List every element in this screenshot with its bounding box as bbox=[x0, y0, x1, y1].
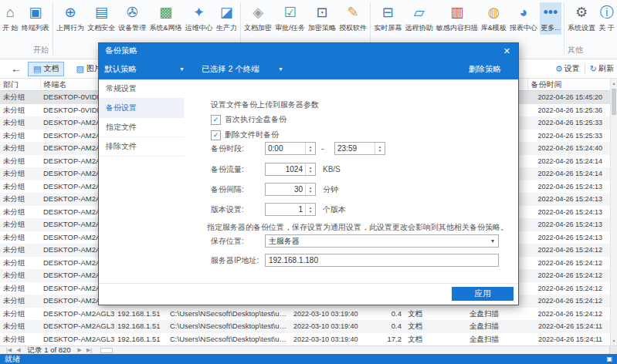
flow-limit-stepper[interactable]: 1024 ▴▾ bbox=[265, 163, 316, 176]
pager-record-count: 记录 1 of 820 bbox=[28, 346, 71, 354]
pager-first-icon[interactable]: |◀ bbox=[6, 346, 12, 354]
time-to-value[interactable]: 23:59 bbox=[335, 144, 375, 153]
spinner-arrows-icon[interactable]: ▴▾ bbox=[305, 184, 315, 195]
server-ip-input[interactable]: 192.168.1.180 bbox=[265, 254, 499, 267]
delete-policy-button[interactable]: 删除策略 bbox=[469, 64, 501, 75]
scrollbar-corner bbox=[609, 346, 617, 354]
dialog-tab-excluded-files[interactable]: 排除文件 bbox=[99, 137, 184, 157]
settings-button[interactable]: ⚙ 设置 bbox=[555, 63, 580, 74]
back-arrow-icon[interactable]: ← bbox=[11, 62, 22, 75]
clipboard-check-icon: ☑ bbox=[283, 4, 296, 22]
gear-icon: ⚙ bbox=[555, 64, 563, 74]
ribbon-item-library-templates[interactable]: ◍ 库&模板 bbox=[480, 2, 507, 35]
terminal-selection-dropdown[interactable]: 已选择 2 个终端 ▼ bbox=[202, 64, 283, 75]
version-stepper[interactable]: 1 ▴▾ bbox=[265, 203, 316, 216]
spinner-arrows-icon[interactable]: ▴▾ bbox=[305, 163, 315, 175]
pager-prev-icon[interactable]: ◀ bbox=[16, 346, 20, 354]
dialog-footer: 应用 bbox=[99, 283, 518, 305]
scroll-down-icon[interactable]: ▼ bbox=[611, 336, 617, 345]
flow-limit-value[interactable]: 1024 bbox=[266, 165, 305, 174]
ribbon-item-start[interactable]: ⌂ 开 始 bbox=[2, 2, 19, 35]
full-backup-checkbox[interactable]: ✓ 首次执行全盘备份 bbox=[211, 114, 286, 125]
version-value[interactable]: 1 bbox=[266, 205, 305, 214]
ribbon-item-system-network[interactable]: ▩ 系统&网络 bbox=[148, 2, 182, 35]
interval-unit-label: 分钟 bbox=[323, 183, 338, 196]
spinner-arrows-icon[interactable]: ▴▾ bbox=[375, 143, 385, 154]
ribbon-item-report-center[interactable]: ◕ 报表中心 bbox=[509, 2, 538, 35]
picture-icon: ▨ bbox=[76, 64, 83, 74]
pie-chart-icon: ◕ bbox=[520, 4, 528, 22]
scroll-up-icon[interactable]: ▲ bbox=[611, 79, 617, 88]
checkbox-checked-icon[interactable]: ✓ bbox=[211, 115, 221, 125]
vertical-scrollbar[interactable]: ▲ ▼ bbox=[610, 79, 617, 345]
status-panel-icon[interactable]: ▣ bbox=[606, 355, 612, 364]
chevron-down-icon: ▼ bbox=[179, 66, 185, 72]
dialog-tab-general-settings[interactable]: 常规设置 bbox=[99, 79, 184, 99]
chevron-down-icon: ▼ bbox=[278, 66, 283, 72]
ribbon-group-label-other: 其他 bbox=[534, 45, 617, 56]
close-icon[interactable]: ✕ bbox=[502, 46, 512, 56]
flow-unit-label: KB/S bbox=[323, 163, 341, 176]
version-unit-label: 个版本 bbox=[323, 203, 346, 216]
apply-button[interactable]: 应用 bbox=[452, 287, 514, 301]
magic-wand-icon: ✦ bbox=[193, 4, 205, 22]
ribbon-item-authorized-software[interactable]: ✎ 授权软件 bbox=[338, 2, 368, 35]
pager-last-icon[interactable]: ▶| bbox=[86, 346, 92, 354]
time-from-stepper[interactable]: 0:00 ▴▾ bbox=[265, 142, 316, 155]
ribbon-group-label-start: 开始 bbox=[0, 45, 82, 56]
column-header-department[interactable]: 部门 bbox=[0, 79, 40, 91]
settings-label: 设置 bbox=[564, 63, 580, 74]
documents-view-button[interactable]: ▤ 文档 bbox=[28, 62, 64, 76]
full-backup-checkbox-label: 首次执行全盘备份 bbox=[225, 114, 286, 125]
ribbon-item-web-behavior[interactable]: ⊕ 上网行为 bbox=[56, 2, 85, 35]
spinner-arrows-icon[interactable]: ▴▾ bbox=[305, 204, 315, 215]
ribbon-item-terminal-list[interactable]: ▣ 终端列表 bbox=[21, 2, 50, 35]
checkbox-checked-icon[interactable]: ✓ bbox=[211, 130, 221, 140]
refresh-button[interactable]: ↻ 刷新 bbox=[590, 63, 614, 74]
table-row[interactable]: 未分组 DESKTOP-AM2AGL3 192.168.1.51 C:\User… bbox=[0, 308, 610, 321]
dialog-title: 备份策略 bbox=[105, 46, 137, 56]
ribbon-item-about[interactable]: ⓘ 关 于 bbox=[598, 2, 615, 35]
ribbon-item-encrypt-policy[interactable]: ⊡ 加密策略 bbox=[307, 2, 337, 35]
policy-dropdown[interactable]: 默认策略 ▼ bbox=[104, 64, 185, 75]
info-icon: ⓘ bbox=[599, 4, 613, 22]
interval-value[interactable]: 30 bbox=[266, 185, 305, 194]
horizontal-scrollbar-thumb[interactable] bbox=[100, 348, 113, 353]
scan-document-icon: ▥ bbox=[450, 4, 463, 22]
ribbon-item-doc-security[interactable]: ▤ 文档安全 bbox=[86, 2, 116, 35]
interval-stepper[interactable]: 30 ▴▾ bbox=[265, 183, 316, 196]
time-from-value[interactable]: 0:00 bbox=[266, 144, 305, 153]
chevron-down-icon: ▾ bbox=[487, 238, 498, 244]
backup-on-delete-checkbox[interactable]: ✓ 删除文件时备份 bbox=[211, 130, 279, 140]
table-row[interactable]: 未分组 DESKTOP-AM2AGL3 192.168.1.51 C:\User… bbox=[0, 333, 610, 346]
ribbon-item-approval-tasks[interactable]: ☑ 审批/任务 bbox=[274, 2, 306, 35]
time-to-stepper[interactable]: 23:59 ▴▾ bbox=[334, 142, 385, 155]
backup-policy-dialog: 备份策略 ✕ 默认策略 ▼ 已选择 2 个终端 ▼ 删除策略 常规设置 bbox=[98, 42, 519, 305]
dialog-tab-backup-settings[interactable]: 备份设置 bbox=[99, 99, 184, 118]
save-location-value: 主服务器 bbox=[266, 236, 487, 247]
version-label: 版本设置: bbox=[211, 203, 265, 216]
status-bar: 就绪 ▣ bbox=[0, 354, 617, 364]
ribbon-item-system-settings[interactable]: ⚙ 系统设置 bbox=[567, 2, 596, 35]
ribbon-item-device-mgmt[interactable]: ✇ 设备管理 bbox=[117, 2, 147, 35]
app-window: ⌂ 开 始 ▣ 终端列表 ⊕ 上网行为 ▤ 文档安全 bbox=[0, 0, 617, 364]
table-row[interactable]: 未分组 DESKTOP-AM2AGL3 192.168.1.51 C:\User… bbox=[0, 320, 610, 333]
ribbon-item-sensitive-scan[interactable]: ▥ 敏感内容扫描 bbox=[436, 2, 479, 35]
dialog-tab-specified-files[interactable]: 指定文件 bbox=[99, 118, 184, 137]
column-header-backup-time[interactable]: 备份时间 bbox=[527, 79, 610, 91]
scrollbar-thumb[interactable] bbox=[612, 89, 616, 115]
ribbon-item-ops-center[interactable]: ✦ 运维中心 bbox=[185, 2, 214, 35]
ribbon-item-doc-encrypt[interactable]: ◈ 文档加密 bbox=[243, 2, 273, 35]
ribbon-item-realtime-screen[interactable]: ⊟ 实时屏幕 bbox=[373, 2, 402, 35]
spinner-arrows-icon[interactable]: ▴▾ bbox=[305, 143, 315, 154]
ribbon-item-more[interactable]: ••• 更多... bbox=[540, 2, 561, 35]
interval-label: 备份间隔: bbox=[211, 183, 265, 196]
ribbon-item-remote-assist[interactable]: ▱ 远程协助 bbox=[405, 2, 434, 35]
status-text: 就绪 bbox=[5, 354, 20, 364]
monitors-icon: ▣ bbox=[29, 4, 42, 22]
pager-next-icon[interactable]: ▶ bbox=[78, 346, 82, 354]
dialog-content: 设置文件备份上传到服务器参数 ✓ 首次执行全盘备份 ✓ 删除文件时备份 备份时段… bbox=[184, 79, 518, 305]
toolbar-divider bbox=[585, 63, 585, 74]
ribbon-item-productivity[interactable]: ◪ 生产力 bbox=[215, 2, 238, 35]
save-location-select[interactable]: 主服务器 ▾ bbox=[265, 234, 499, 248]
